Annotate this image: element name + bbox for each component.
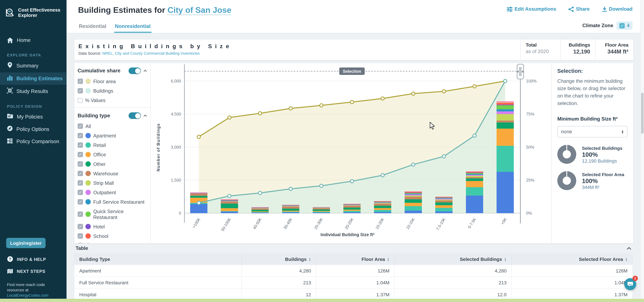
checkbox-checked-icon[interactable]: ✓ <box>78 233 83 239</box>
bar-segment-Outpatient[interactable] <box>466 175 483 176</box>
app-logo[interactable]: Cost Effectiveness Explorer <box>0 0 66 24</box>
line-marker[interactable] <box>473 85 476 88</box>
checkbox-checked-icon[interactable]: ✓ <box>78 79 83 84</box>
sidebar-item-my-policies[interactable]: My Policies <box>0 111 66 123</box>
bar-segment-Supermarket[interactable] <box>282 205 299 205</box>
bar-segment-Outpatient[interactable] <box>374 203 391 203</box>
bar-segment-Office[interactable] <box>435 205 452 208</box>
filter-all[interactable]: ✓All <box>74 121 150 131</box>
city-selector-link[interactable]: City of San Jose <box>168 5 231 15</box>
bar-segment-Hotel[interactable] <box>404 193 422 193</box>
bar-segment-Other[interactable] <box>404 199 422 203</box>
table-row[interactable]: Full Service Restaurant2131.04M2131.04M <box>74 277 633 289</box>
min-building-size-select[interactable]: none ▲▼ <box>557 126 628 137</box>
sidebar-item-home[interactable]: Home <box>0 35 66 46</box>
bar-segment-Full Service Restaurant[interactable] <box>496 109 514 111</box>
bar-segment-Strip Mall[interactable] <box>496 114 514 120</box>
bar-segment-Retail[interactable] <box>252 212 269 212</box>
sidebar-item-policy-options[interactable]: Policy Options <box>0 123 66 135</box>
line-marker[interactable] <box>197 135 200 138</box>
checkbox-checked-icon[interactable]: ✓ <box>78 161 83 167</box>
chevron-up-icon[interactable] <box>143 70 147 72</box>
bar-segment-Supermarket[interactable] <box>466 172 483 172</box>
bar-segment-Warehouse[interactable] <box>190 193 208 196</box>
bar-segment-Quick Service Restaurant[interactable] <box>344 205 361 205</box>
bar-segment-Retail[interactable] <box>374 210 391 212</box>
bar-segment-School[interactable] <box>221 200 238 200</box>
line-marker[interactable] <box>381 97 384 100</box>
line-marker[interactable] <box>412 92 415 95</box>
bar-segment-Full Service Restaurant[interactable] <box>466 174 483 175</box>
checkbox-checked-icon[interactable]: ✓ <box>78 190 83 195</box>
checkbox-checked-icon[interactable]: ✓ <box>78 212 83 217</box>
bar-segment-Full Service Restaurant[interactable] <box>374 202 391 203</box>
line-marker[interactable] <box>350 180 354 183</box>
bar-segment-School[interactable] <box>344 204 361 204</box>
sidebar-item-info-help[interactable]: ? INFO & HELP <box>0 256 46 262</box>
sort-icon[interactable]: ▲▼ <box>625 258 628 262</box>
cumulative-share-toggle[interactable] <box>128 67 141 74</box>
checkbox-checked-icon[interactable]: ✓ <box>78 199 83 205</box>
bar-segment-Strip Mall[interactable] <box>282 206 299 207</box>
bar-segment-School[interactable] <box>282 205 299 205</box>
data-source-link[interactable]: NREL, City and County Commercial Buildin… <box>102 51 200 56</box>
filter-school[interactable]: ✓School <box>74 231 150 241</box>
bar-segment-Strip Mall[interactable] <box>404 196 422 197</box>
bar-segment-Outpatient[interactable] <box>282 206 299 206</box>
sidebar-item-summary[interactable]: Summary <box>0 59 66 72</box>
bar-segment-Supermarket[interactable] <box>496 102 514 103</box>
checkbox-checked-icon[interactable]: ✓ <box>78 133 83 138</box>
bar-segment-Supermarket[interactable] <box>435 197 452 197</box>
filter-floorarea[interactable]: ✓Floor area <box>74 76 150 86</box>
sort-icon[interactable]: ▲▼ <box>387 258 390 262</box>
filter-warehouse[interactable]: ✓Warehouse <box>74 169 150 178</box>
bar-segment-School[interactable] <box>190 193 208 193</box>
bar-segment-Hospital[interactable] <box>252 207 269 207</box>
bar-segment-Hotel[interactable] <box>313 207 330 208</box>
sort-icon[interactable]: ▲▼ <box>504 258 506 262</box>
bar-segment-Hotel[interactable] <box>221 200 238 201</box>
bar-segment-Office[interactable] <box>313 211 330 212</box>
local-energy-codes-link[interactable]: LocalEnergyCodes.com <box>7 293 48 297</box>
bar-segment-School[interactable] <box>466 172 483 173</box>
bar-segment-Retail[interactable] <box>466 187 483 196</box>
bar-segment-School[interactable] <box>313 207 330 208</box>
bar-segment-Hotel[interactable] <box>282 205 299 206</box>
bar-segment-School[interactable] <box>374 201 391 202</box>
bar-segment-Warehouse[interactable] <box>466 177 483 178</box>
filter-quickservicerestaurant[interactable]: ✓Quick Service Restaurant <box>74 207 150 222</box>
bar-segment-Apartment[interactable] <box>344 212 361 213</box>
line-marker[interactable] <box>289 187 292 191</box>
tab-nonresidential[interactable]: Nonresidential <box>114 21 151 33</box>
line-marker[interactable] <box>473 134 476 137</box>
bar-segment-Office[interactable] <box>496 129 514 146</box>
bar-segment-Other[interactable] <box>435 202 452 205</box>
tab-residential[interactable]: Residential <box>78 21 107 33</box>
column-header-buildings[interactable]: Buildings▲▼ <box>242 254 316 265</box>
line-marker[interactable] <box>258 191 262 195</box>
bar-segment-Apartment[interactable] <box>282 212 299 213</box>
filter-values[interactable]: % Values <box>74 95 150 105</box>
bar-segment-Warehouse[interactable] <box>435 200 452 202</box>
sidebar-item-next-steps[interactable]: NEXT STEPS <box>0 268 46 274</box>
bar-segment-Hotel[interactable] <box>496 105 514 105</box>
bar-segment-Full Service Restaurant[interactable] <box>221 201 238 201</box>
bar-segment-Quick Service Restaurant[interactable] <box>435 198 452 198</box>
column-header-selected-buildings[interactable]: Selected Buildings▲▼ <box>395 254 512 265</box>
bar-segment-School[interactable] <box>435 197 452 197</box>
filter-apartment[interactable]: ✓Apartment <box>74 131 150 140</box>
bar-segment-Full Service Restaurant[interactable] <box>252 208 269 208</box>
bar-segment-Office[interactable] <box>404 203 422 206</box>
checkbox-checked-icon[interactable]: ✓ <box>78 142 83 148</box>
line-marker[interactable] <box>504 79 507 83</box>
line-marker[interactable] <box>320 104 323 107</box>
bar-segment-Warehouse[interactable] <box>344 206 361 208</box>
checkbox-checked-icon[interactable]: ✓ <box>78 180 83 186</box>
bar-10-15K[interactable] <box>404 191 422 213</box>
bar-segment-Strip Mall[interactable] <box>313 208 330 208</box>
checkbox-checked-icon[interactable]: ✓ <box>78 224 83 229</box>
bar-segment-Office[interactable] <box>252 211 269 212</box>
bar-segment-Office[interactable] <box>344 210 361 211</box>
line-marker[interactable] <box>350 100 354 104</box>
column-header-floor-area[interactable]: Floor Area▲▼ <box>316 254 395 265</box>
